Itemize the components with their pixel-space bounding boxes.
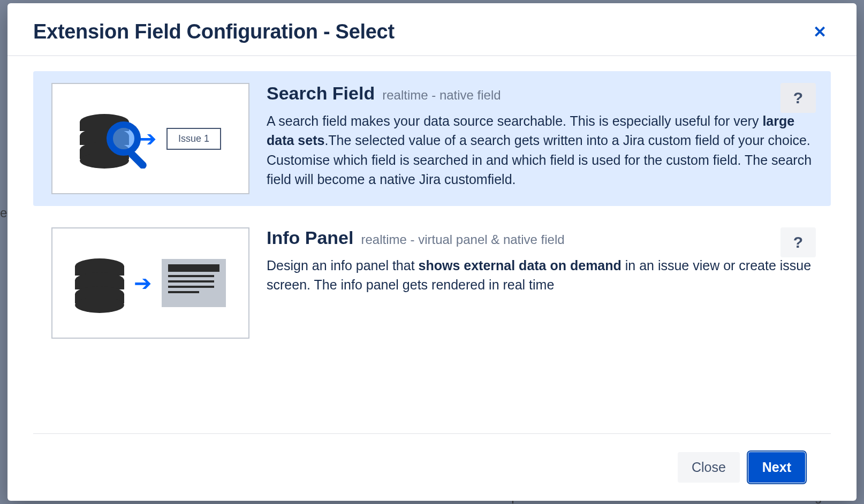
help-button[interactable]: ? <box>780 227 816 257</box>
arrow-right-icon: ➔ <box>134 272 152 294</box>
svg-rect-1 <box>127 149 148 169</box>
modal-body: ➔ Issue 1 Search Field realtime - native… <box>7 56 857 433</box>
option-subtitle: realtime - virtual panel & native field <box>361 232 564 247</box>
backdrop-text: e <box>0 205 7 220</box>
option-search-field[interactable]: ➔ Issue 1 Search Field realtime - native… <box>33 71 831 206</box>
option-description: Design an info panel that shows external… <box>267 256 813 295</box>
magnifier-icon <box>105 120 154 169</box>
next-button[interactable]: Next <box>748 452 805 483</box>
close-button[interactable]: Close <box>678 452 740 483</box>
close-icon[interactable]: ✕ <box>809 22 831 42</box>
svg-point-0 <box>110 125 138 152</box>
option-info-panel[interactable]: ➔ Info Panel realtime - virtual panel & … <box>33 216 831 350</box>
modal-dialog: Extension Field Configuration - Select ✕ <box>7 3 857 501</box>
option-content: Search Field realtime - native field A s… <box>267 83 813 194</box>
database-icon <box>75 258 124 308</box>
option-title: Search Field <box>267 83 375 104</box>
help-button[interactable]: ? <box>780 83 816 113</box>
modal-title: Extension Field Configuration - Select <box>33 20 395 43</box>
modal-header: Extension Field Configuration - Select ✕ <box>7 3 857 56</box>
illustration-search-field: ➔ Issue 1 <box>51 83 249 194</box>
option-description: A search field makes your data source se… <box>267 111 813 189</box>
panel-icon <box>162 259 226 307</box>
option-content: Info Panel realtime - virtual panel & na… <box>267 227 813 339</box>
modal-footer: Close Next <box>33 433 831 501</box>
illustration-info-panel: ➔ <box>51 227 249 339</box>
issue-chip: Issue 1 <box>166 128 221 150</box>
option-subtitle: realtime - native field <box>382 88 501 103</box>
option-title: Info Panel <box>267 227 353 248</box>
